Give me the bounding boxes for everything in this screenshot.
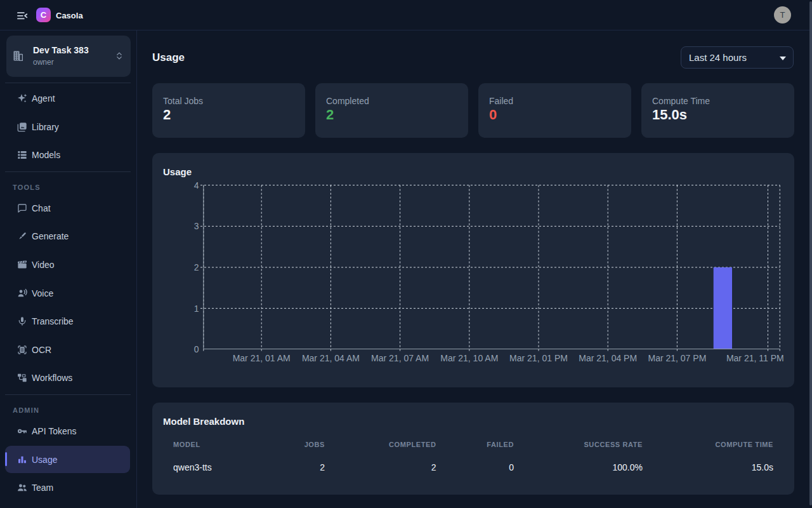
svg-text:2: 2 [194,262,199,272]
svg-text:Mar 21, 10 AM: Mar 21, 10 AM [440,353,498,363]
svg-text:3: 3 [194,221,199,231]
svg-text:Mar 21, 07 AM: Mar 21, 07 AM [371,353,429,363]
svg-text:Mar 21, 04 AM: Mar 21, 04 AM [302,353,360,363]
svg-text:Mar 21, 04 PM: Mar 21, 04 PM [579,353,637,363]
svg-text:4: 4 [194,180,199,190]
svg-text:0: 0 [194,344,199,354]
svg-text:Mar 21, 07 PM: Mar 21, 07 PM [648,353,706,363]
svg-text:Mar 21, 01 PM: Mar 21, 01 PM [509,353,568,363]
svg-text:Mar 21, 01 AM: Mar 21, 01 AM [233,353,291,363]
svg-text:Mar 21, 11 PM: Mar 21, 11 PM [726,353,784,363]
svg-text:1: 1 [194,304,199,314]
